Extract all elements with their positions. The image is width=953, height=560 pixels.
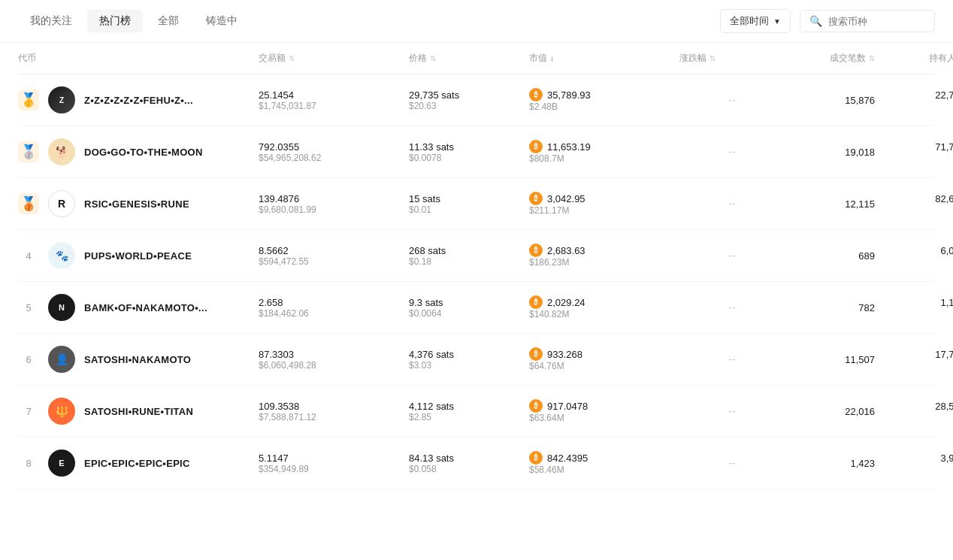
coin-cell: 🥈 🐕 DOG•GO•TO•THE•MOON bbox=[18, 138, 259, 165]
volume-btc: 2.658 bbox=[259, 297, 409, 308]
trades-cell: 689 bbox=[785, 250, 875, 262]
rank-medal: 🥉 bbox=[18, 193, 39, 214]
coin-name: EPIC•EPIC•EPIC•EPIC bbox=[84, 458, 190, 469]
rank-number: 5 bbox=[18, 302, 39, 313]
btc-icon: ₿ bbox=[529, 88, 543, 101]
tab-all[interactable]: 全部 bbox=[146, 10, 191, 32]
search-input[interactable] bbox=[828, 16, 925, 27]
col-mcap[interactable]: 市值↓ bbox=[529, 52, 679, 65]
sort-mcap-icon: ↓ bbox=[550, 54, 554, 62]
table-row[interactable]: 🥉 R RSIC•GENESIS•RUNE 139.4876 $9,680,08… bbox=[18, 178, 935, 230]
volume-usd: $184,462.06 bbox=[259, 308, 409, 319]
coin-avatar: E bbox=[48, 450, 75, 477]
table-row[interactable]: 6 👤 SATOSHI•NAKAMOTO 87.3303 $6,060,498.… bbox=[18, 334, 935, 386]
col-price[interactable]: 价格⇅ bbox=[409, 52, 529, 65]
volume-usd: $9,680,081.99 bbox=[259, 204, 409, 215]
sort-price-icon: ⇅ bbox=[430, 54, 436, 62]
trades-cell: 1,423 bbox=[785, 458, 875, 469]
col-change[interactable]: 涨跌幅⇅ bbox=[679, 52, 785, 65]
mcap-cell: ₿ 2,683.63 $186.23M bbox=[529, 244, 679, 268]
price-usd: $0.058 bbox=[409, 464, 529, 474]
col-trades[interactable]: 成交笔数⇅ bbox=[785, 52, 875, 65]
tab-hot[interactable]: 热门榜 bbox=[87, 10, 143, 32]
change-cell: -- bbox=[679, 198, 785, 210]
volume-btc: 87.3303 bbox=[259, 349, 409, 360]
coin-name: SATOSHI•NAKAMOTO bbox=[84, 354, 191, 365]
change-cell: -- bbox=[679, 250, 785, 262]
volume-btc: 792.0355 bbox=[259, 141, 409, 153]
price-sats: 11.33 sats bbox=[409, 141, 529, 153]
price-sats: 84.13 sats bbox=[409, 453, 529, 464]
mcap-usd: $63.64M bbox=[529, 413, 679, 423]
volume-cell: 5.1147 $354,949.89 bbox=[259, 453, 409, 474]
rank-number: 8 bbox=[18, 458, 39, 469]
mcap-main-row: ₿ 35,789.93 bbox=[529, 88, 679, 101]
table-row[interactable]: 4 🐾 PUPS•WORLD•PEACE 8.5662 $594,472.55 … bbox=[18, 230, 935, 282]
coin-cell: 7 🔱 SATOSHI•RUNE•TITAN bbox=[18, 398, 259, 425]
holders-cell: 3,921 -- bbox=[875, 453, 953, 474]
col-holders[interactable]: 持有人⇅ bbox=[875, 52, 953, 65]
trades-cell: 19,018 bbox=[785, 147, 875, 158]
mcap-btc: 2,683.63 bbox=[547, 245, 585, 256]
price-sats: 4,112 sats bbox=[409, 401, 529, 412]
change-cell: -- bbox=[679, 457, 785, 469]
btc-icon: ₿ bbox=[529, 244, 543, 257]
volume-cell: 109.3538 $7,588,871.12 bbox=[259, 401, 409, 422]
header-controls: 全部时间 ▼ 🔍 bbox=[720, 9, 935, 33]
coin-avatar: Z bbox=[48, 86, 75, 114]
nav-tabs: 我的关注 热门榜 全部 铸造中 bbox=[18, 10, 702, 32]
price-usd: $0.0064 bbox=[409, 308, 529, 319]
tab-watchlist[interactable]: 我的关注 bbox=[18, 10, 84, 32]
coin-cell: 6 👤 SATOSHI•NAKAMOTO bbox=[18, 346, 259, 373]
coin-name: PUPS•WORLD•PEACE bbox=[84, 250, 192, 262]
table-row[interactable]: 8 E EPIC•EPIC•EPIC•EPIC 5.1147 $354,949.… bbox=[18, 437, 935, 489]
coin-avatar: R bbox=[48, 190, 75, 217]
price-cell: 268 sats $0.18 bbox=[409, 245, 529, 267]
holders-cell: 71,707 -- bbox=[875, 141, 953, 163]
price-usd: $2.85 bbox=[409, 412, 529, 422]
tab-minting[interactable]: 铸造中 bbox=[194, 10, 250, 32]
volume-usd: $54,965,208.62 bbox=[259, 153, 409, 163]
coin-avatar: 🐕 bbox=[48, 138, 75, 165]
chevron-down-icon: ▼ bbox=[773, 17, 781, 26]
mcap-usd: $64.76M bbox=[529, 361, 679, 371]
volume-cell: 139.4876 $9,680,081.99 bbox=[259, 193, 409, 215]
volume-usd: $7,588,871.12 bbox=[259, 412, 409, 422]
table-row[interactable]: 🥇 Z Z•Z•Z•Z•Z•Z•FEHU•Z•... 25.1454 $1,74… bbox=[18, 74, 935, 126]
mcap-btc: 933.268 bbox=[547, 349, 582, 360]
header: 我的关注 热门榜 全部 铸造中 全部时间 ▼ 🔍 bbox=[0, 0, 953, 43]
mcap-main-row: ₿ 933.268 bbox=[529, 347, 679, 361]
holders-cell: 28,529 -- bbox=[875, 401, 953, 422]
coin-cell: 5 N BAMK•OF•NAKAMOTO•... bbox=[18, 294, 259, 321]
mcap-btc: 2,029.24 bbox=[547, 297, 585, 308]
holders-cell: 1,135 -- bbox=[875, 297, 953, 319]
price-cell: 4,112 sats $2.85 bbox=[409, 401, 529, 422]
change-cell: -- bbox=[679, 94, 785, 106]
time-filter-dropdown[interactable]: 全部时间 ▼ bbox=[720, 9, 791, 33]
btc-icon: ₿ bbox=[529, 140, 543, 153]
coin-cell: 🥉 R RSIC•GENESIS•RUNE bbox=[18, 190, 259, 217]
btc-icon: ₿ bbox=[529, 347, 543, 361]
sort-volume-icon: ⇅ bbox=[289, 54, 295, 62]
volume-btc: 8.5662 bbox=[259, 245, 409, 256]
price-sats: 29,735 sats bbox=[409, 89, 529, 101]
volume-usd: $1,745,031.87 bbox=[259, 101, 409, 111]
rank-medal: 🥈 bbox=[18, 141, 39, 162]
table-row[interactable]: 5 N BAMK•OF•NAKAMOTO•... 2.658 $184,462.… bbox=[18, 282, 935, 334]
coin-cell: 🥇 Z Z•Z•Z•Z•Z•Z•FEHU•Z•... bbox=[18, 86, 259, 114]
col-volume[interactable]: 交易额⇅ bbox=[259, 52, 409, 65]
table-row[interactable]: 🥈 🐕 DOG•GO•TO•THE•MOON 792.0355 $54,965,… bbox=[18, 126, 935, 178]
table-header: 代币 交易额⇅ 价格⇅ 市值↓ 涨跌幅⇅ 成交笔数⇅ 持有人⇅ bbox=[18, 43, 935, 74]
mcap-main-row: ₿ 2,029.24 bbox=[529, 295, 679, 309]
sort-trades-icon: ⇅ bbox=[869, 54, 875, 62]
mcap-cell: ₿ 2,029.24 $140.82M bbox=[529, 295, 679, 319]
price-usd: $20.63 bbox=[409, 101, 529, 111]
table-row[interactable]: 7 🔱 SATOSHI•RUNE•TITAN 109.3538 $7,588,8… bbox=[18, 386, 935, 437]
volume-usd: $6,060,498.28 bbox=[259, 360, 409, 371]
mcap-cell: ₿ 35,789.93 $2.48B bbox=[529, 88, 679, 112]
coin-avatar: 🔱 bbox=[48, 398, 75, 425]
price-usd: $0.0078 bbox=[409, 153, 529, 163]
mcap-btc: 842.4395 bbox=[547, 453, 588, 464]
coin-name: Z•Z•Z•Z•Z•Z•FEHU•Z•... bbox=[84, 95, 193, 106]
search-icon: 🔍 bbox=[809, 15, 822, 27]
